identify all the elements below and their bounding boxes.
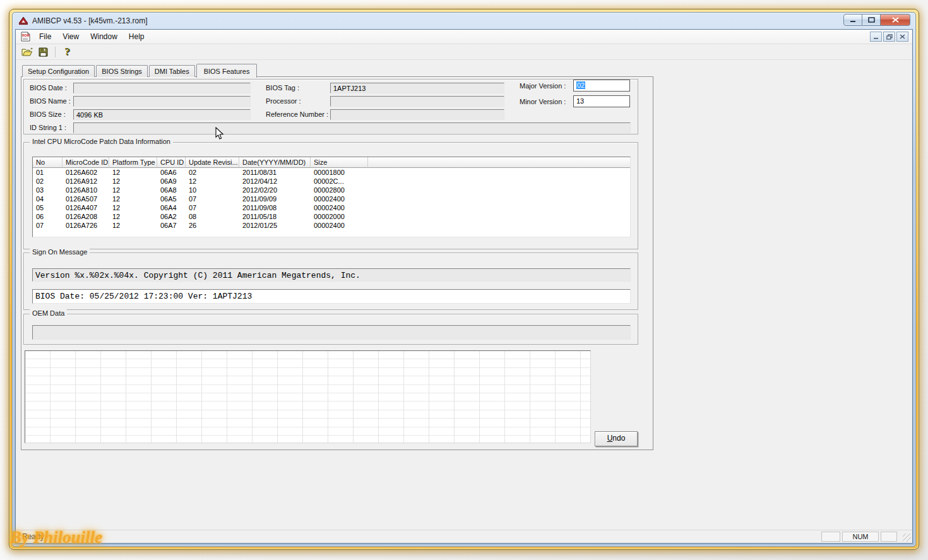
table-cell: 06A4 — [157, 203, 186, 212]
table-row[interactable]: 030126A8101206A8102012/02/2000002800 — [33, 186, 630, 194]
app-logo-icon — [18, 16, 28, 26]
microcode-table[interactable]: NoMicroCode IDPlatform TypeCPU IDUpdate … — [32, 157, 631, 237]
window-title: AMIBCP v4.53 - [k45vm.-213.rom] — [32, 16, 148, 25]
processor-label: Processor : — [266, 97, 301, 105]
toolbar: ? — [16, 44, 912, 60]
table-cell: 07 — [186, 194, 239, 203]
resize-grip[interactable] — [903, 533, 911, 542]
minor-version-field[interactable]: 13 — [573, 95, 630, 107]
bios-tag-field[interactable]: 1APTJ213 — [330, 83, 504, 93]
table-row[interactable]: 060126A2081206A2082011/05/1800002000 — [33, 212, 630, 221]
table-cell: 0126A726 — [62, 221, 109, 230]
table-cell: 10 — [186, 186, 239, 194]
table-cell: 07 — [33, 221, 62, 230]
processor-field[interactable] — [330, 96, 504, 107]
table-cell: 07 — [186, 203, 239, 212]
tab-setup-configuration[interactable]: Setup Configuration — [22, 65, 95, 77]
table-cell: 12 — [109, 221, 157, 230]
table-cell: 0126A407 — [62, 203, 109, 212]
column-header[interactable]: MicroCode ID — [62, 157, 109, 168]
table-cell: 12 — [109, 177, 157, 186]
bios-size-field[interactable]: 4096 KB — [73, 109, 251, 120]
open-button[interactable] — [20, 45, 34, 59]
bios-name-label: BIOS Name : — [30, 97, 71, 105]
table-cell: 00002000 — [311, 212, 368, 221]
oem-data-group-title: OEM Data — [30, 309, 67, 317]
undo-button[interactable]: Undo — [595, 431, 638, 446]
table-cell: 08 — [186, 212, 239, 221]
table-cell: 26 — [186, 221, 239, 230]
table-cell: 0126A912 — [62, 177, 109, 186]
table-row[interactable]: 070126A7261206A7262012/01/2500002400 — [33, 221, 630, 230]
sign-on-line1-field[interactable]: Version %x.%02x.%04x. Copyright (C) 2011… — [32, 268, 631, 282]
table-cell: 2012/01/25 — [239, 221, 311, 230]
table-cell: 12 — [109, 212, 157, 221]
rom-document-icon[interactable]: ROM — [20, 32, 31, 42]
close-button[interactable] — [881, 14, 910, 26]
id-string-field[interactable] — [73, 122, 631, 133]
bios-name-field[interactable] — [73, 96, 251, 107]
table-row[interactable]: 020126A9121206A9122012/04/1200002C... — [33, 177, 630, 186]
tab-bios-strings[interactable]: BIOS Strings — [96, 65, 148, 77]
minimize-button[interactable] — [843, 14, 862, 26]
table-cell: 2011/05/18 — [239, 212, 311, 221]
client-area: Setup Configuration BIOS Strings DMI Tab… — [16, 60, 912, 530]
microcode-table-header: NoMicroCode IDPlatform TypeCPU IDUpdate … — [33, 157, 630, 168]
save-button[interactable] — [36, 45, 51, 59]
table-cell: 0126A810 — [62, 186, 109, 194]
sign-on-line2-field[interactable]: BIOS Date: 05/25/2012 17:23:00 Ver: 1APT… — [32, 289, 631, 304]
help-button[interactable]: ? — [60, 45, 74, 59]
title-bar[interactable]: AMIBCP v4.53 - [k45vm.-213.rom] — [13, 13, 915, 29]
desktop: { "window": { "title": "AMIBCP v4.53 - [… — [0, 0, 928, 560]
menu-window[interactable]: Window — [85, 30, 123, 43]
table-cell: 00002400 — [311, 194, 368, 203]
table-cell: 00002800 — [311, 186, 368, 194]
app-area: ROM File View Window Help — [15, 29, 913, 544]
app-window: AMIBCP v4.53 - [k45vm.-213.rom] — [9, 9, 919, 550]
selected-text: 02 — [576, 81, 585, 89]
reference-number-label: Reference Number : — [266, 110, 328, 118]
column-header[interactable]: Platform Type — [109, 157, 157, 168]
column-header[interactable]: Update Revisi... — [186, 157, 239, 168]
menu-view[interactable]: View — [57, 30, 85, 43]
table-cell: 00002C... — [311, 177, 368, 186]
reference-number-field[interactable] — [330, 109, 504, 120]
column-header[interactable]: Date(YYYY/MM/DD) — [239, 157, 311, 168]
table-cell: 12 — [109, 194, 157, 203]
oem-data-field[interactable] — [32, 325, 631, 340]
bios-date-field[interactable] — [73, 83, 251, 93]
menu-bar: ROM File View Window Help — [16, 30, 912, 44]
table-cell: 00002400 — [311, 203, 368, 212]
table-row[interactable]: 040126A5071206A5072011/09/0900002400 — [33, 194, 630, 203]
mdi-restore-button[interactable] — [883, 32, 895, 42]
table-cell: 06A2 — [157, 212, 186, 221]
menu-file[interactable]: File — [33, 30, 57, 43]
table-cell: 0126A208 — [62, 212, 109, 221]
tab-strip: Setup Configuration BIOS Strings DMI Tab… — [22, 63, 258, 76]
tab-bios-features[interactable]: BIOS Features — [196, 64, 258, 78]
mdi-minimize-button[interactable] — [870, 32, 882, 42]
status-panes: NUM — [821, 532, 897, 542]
empty-grid[interactable] — [25, 350, 591, 443]
column-header[interactable]: No — [33, 157, 62, 168]
mdi-close-button[interactable] — [896, 32, 908, 42]
table-cell: 03 — [33, 186, 62, 194]
table-cell: 0126A602 — [62, 168, 109, 177]
table-cell: 12 — [109, 168, 157, 177]
table-cell: 12 — [109, 203, 157, 212]
column-header[interactable]: CPU ID — [157, 157, 186, 168]
table-row[interactable]: 050126A4071206A4072011/09/0800002400 — [33, 203, 630, 212]
table-cell: 06A9 — [157, 177, 186, 186]
major-version-label: Major Version : — [520, 82, 566, 90]
table-row[interactable]: 010126A6021206A6022011/08/3100001800 — [33, 168, 630, 177]
status-text: Ready — [22, 532, 44, 541]
column-header[interactable]: Size — [311, 157, 368, 168]
maximize-button[interactable] — [862, 14, 881, 26]
status-pane-num: NUM — [842, 532, 879, 542]
table-cell: 12 — [109, 186, 157, 194]
major-version-field[interactable]: 02 — [573, 80, 630, 92]
table-cell: 02 — [33, 177, 62, 186]
table-cell: 06 — [33, 212, 62, 221]
tab-dmi-tables[interactable]: DMI Tables — [149, 65, 195, 77]
menu-help[interactable]: Help — [123, 30, 150, 43]
